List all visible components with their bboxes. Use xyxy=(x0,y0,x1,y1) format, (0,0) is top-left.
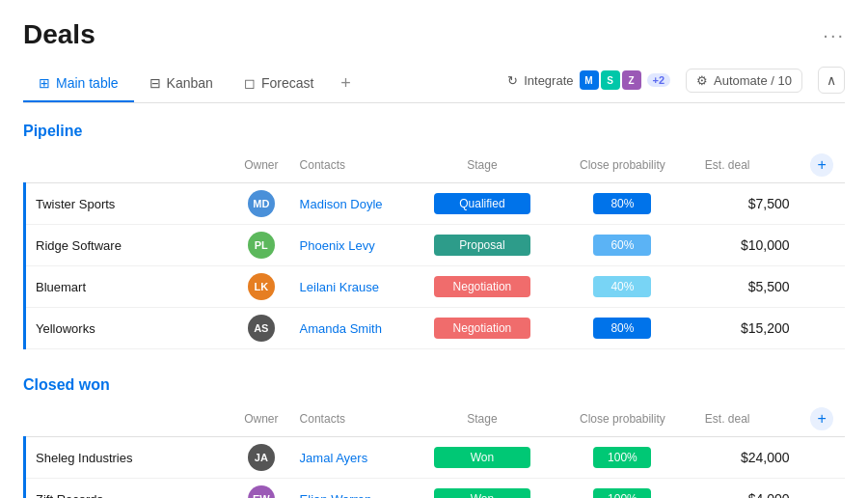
est-deal-cell: $7,500 xyxy=(695,183,800,225)
integrate-icon: ↻ xyxy=(507,73,518,88)
company-name: Zift Records xyxy=(36,492,103,498)
contact-link[interactable]: Madison Doyle xyxy=(300,197,383,211)
col-company xyxy=(25,148,232,183)
tabs-bar: ⊞ Main table ⊟ Kanban ◻ Forecast + ↻ Int… xyxy=(23,66,845,103)
tab-main-table[interactable]: ⊞ Main table xyxy=(23,68,134,102)
table-icon: ⊞ xyxy=(39,75,50,91)
company-name: Yelloworks xyxy=(36,321,95,336)
company-cell: Ridge Software xyxy=(25,225,232,266)
owner-cell: AS xyxy=(232,308,290,349)
automate-icon: ⚙ xyxy=(696,73,708,88)
stage-cell: Proposal xyxy=(415,225,550,266)
stage-cell: Negotiation xyxy=(415,308,550,349)
probability-cell: 100% xyxy=(550,437,695,479)
pipeline-title: Pipeline xyxy=(23,123,845,140)
pipeline-add-col-button[interactable]: + xyxy=(810,153,833,177)
probability-badge: 80% xyxy=(593,193,651,214)
closed-won-title: Closed won xyxy=(23,376,845,394)
tab-forecast-label: Forecast xyxy=(261,75,313,91)
stage-cell: Won xyxy=(415,437,550,479)
probability-cell: 60% xyxy=(550,225,695,266)
table-row: Zift Records EW Elian Warren Won 100% $4… xyxy=(25,479,846,499)
col-stage-header-cw: Stage xyxy=(415,401,550,437)
col-add-header: + xyxy=(800,148,845,183)
int-icon-monday: M xyxy=(580,70,599,90)
col-stage-header: Stage xyxy=(415,148,550,183)
closed-won-add-col-button[interactable]: + xyxy=(810,407,833,430)
stage-badge: Negotiation xyxy=(434,276,530,297)
avatar: JA xyxy=(248,444,275,471)
col-owner-header: Owner xyxy=(232,148,290,183)
stage-badge: Negotiation xyxy=(434,318,530,339)
owner-cell: JA xyxy=(232,437,290,479)
row-add-cell xyxy=(800,437,845,479)
contact-cell: Leilani Krause xyxy=(290,266,415,308)
probability-badge: 60% xyxy=(593,235,651,256)
automate-button[interactable]: ⚙ Automate / 10 xyxy=(686,69,802,93)
tab-forecast[interactable]: ◻ Forecast xyxy=(229,68,329,102)
tab-add-button[interactable]: + xyxy=(329,66,363,103)
probability-badge: 100% xyxy=(593,488,651,498)
app-container: Deals ··· ⊞ Main table ⊟ Kanban ◻ Foreca… xyxy=(0,0,868,498)
contact-link[interactable]: Phoenix Levy xyxy=(300,238,375,253)
table-row: Yelloworks AS Amanda Smith Negotiation 8… xyxy=(25,308,846,349)
probability-badge: 40% xyxy=(593,276,651,297)
probability-cell: 40% xyxy=(550,266,695,308)
header-menu-button[interactable]: ··· xyxy=(823,24,845,46)
col-prob-header: Close probability xyxy=(550,148,695,183)
automate-label: Automate / 10 xyxy=(714,73,792,88)
company-cell: Zift Records xyxy=(25,479,232,499)
page-title: Deals xyxy=(23,19,95,50)
est-deal-cell: $4,000 xyxy=(695,479,800,499)
col-est-header: Est. deal xyxy=(695,148,800,183)
integrate-button[interactable]: ↻ Integrate M S Z +2 xyxy=(507,70,670,90)
integrate-icons: M S Z xyxy=(580,70,641,90)
table-row: Sheleg Industries JA Jamal Ayers Won 100… xyxy=(25,437,846,479)
contact-link[interactable]: Jamal Ayers xyxy=(300,451,368,465)
table-row: Ridge Software PL Phoenix Levy Proposal … xyxy=(25,225,846,266)
owner-cell: PL xyxy=(232,225,290,266)
pipeline-section: Pipeline Owner Contacts Stage Close prob… xyxy=(23,123,845,349)
company-name: Ridge Software xyxy=(36,238,122,253)
owner-cell: EW xyxy=(232,479,290,499)
contact-cell: Madison Doyle xyxy=(290,183,415,225)
col-contacts-header: Contacts xyxy=(290,148,415,183)
avatar: EW xyxy=(248,485,275,498)
company-name: Bluemart xyxy=(36,280,86,294)
row-add-cell xyxy=(800,183,845,225)
tab-kanban[interactable]: ⊟ Kanban xyxy=(134,68,229,102)
pipeline-table: Owner Contacts Stage Close probability E… xyxy=(23,148,845,349)
row-add-cell xyxy=(800,479,845,499)
closed-won-section: Closed won Owner Contacts Stage Close pr… xyxy=(23,376,845,498)
row-add-cell xyxy=(800,308,845,349)
avatar: PL xyxy=(248,232,275,259)
stage-badge: Won xyxy=(434,488,530,498)
stage-badge: Won xyxy=(434,447,530,468)
col-prob-header-cw: Close probability xyxy=(550,401,695,437)
col-contacts-header-cw: Contacts xyxy=(290,401,415,437)
table-row: Bluemart LK Leilani Krause Negotiation 4… xyxy=(25,266,846,308)
col-est-header-cw: Est. deal xyxy=(695,401,800,437)
contact-cell: Amanda Smith xyxy=(290,308,415,349)
row-add-cell xyxy=(800,225,845,266)
int-icon-purple: Z xyxy=(622,70,641,90)
toolbar-right: ↻ Integrate M S Z +2 ⚙ Automate / 10 ∧ xyxy=(507,67,845,101)
tab-main-table-label: Main table xyxy=(56,75,119,91)
owner-cell: MD xyxy=(232,183,290,225)
probability-cell: 80% xyxy=(550,183,695,225)
integrate-label: Integrate xyxy=(524,73,573,88)
contact-link[interactable]: Elian Warren xyxy=(300,492,372,498)
avatar: AS xyxy=(248,315,275,342)
contact-cell: Phoenix Levy xyxy=(290,225,415,266)
est-deal-cell: $15,200 xyxy=(695,308,800,349)
chevron-up-icon: ∧ xyxy=(827,72,836,88)
collapse-button[interactable]: ∧ xyxy=(818,67,845,94)
stage-badge: Proposal xyxy=(434,235,530,256)
probability-cell: 100% xyxy=(550,479,695,499)
contact-link[interactable]: Amanda Smith xyxy=(300,321,382,336)
col-add-header-cw: + xyxy=(800,401,845,437)
contact-link[interactable]: Leilani Krause xyxy=(300,280,379,294)
company-cell: Yelloworks xyxy=(25,308,232,349)
stage-cell: Negotiation xyxy=(415,266,550,308)
stage-cell: Won xyxy=(415,479,550,499)
